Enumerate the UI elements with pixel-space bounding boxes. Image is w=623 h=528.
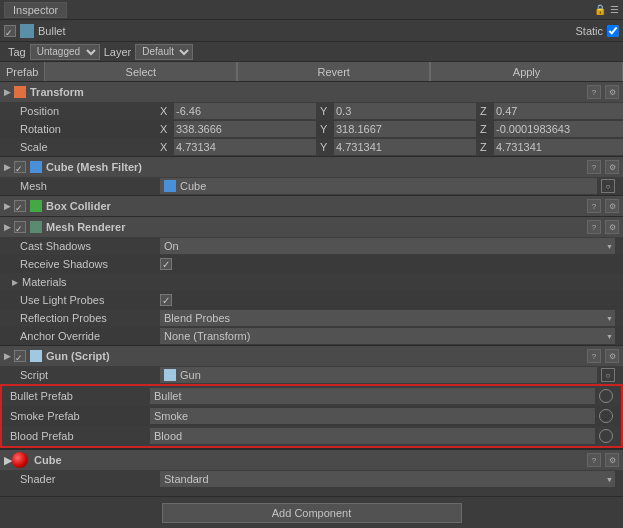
pos-y-key: Y xyxy=(320,105,332,117)
menu-icon[interactable]: ☰ xyxy=(610,4,619,15)
layer-select[interactable]: Default xyxy=(135,44,193,60)
materials-row[interactable]: ▶ Materials xyxy=(0,273,623,291)
mesh-value: Cube xyxy=(160,178,597,194)
box-collider-ref-icon[interactable]: ? xyxy=(587,199,601,213)
blood-prefab-row: Blood Prefab Blood xyxy=(2,426,621,446)
gun-script-ref-icon[interactable]: ? xyxy=(587,349,601,363)
mesh-filter-enabled[interactable] xyxy=(14,161,26,173)
transform-component: ▶ Transform ? ⚙ Position X Y xyxy=(0,82,623,157)
prefab-apply-button[interactable]: Apply xyxy=(430,62,623,81)
material-section: ▶ Cube ? ⚙ Shader Standard ▼ xyxy=(0,449,623,488)
position-y-input[interactable] xyxy=(334,103,476,119)
anchor-override-value[interactable]: None (Transform) xyxy=(160,328,615,344)
material-sphere-icon xyxy=(12,452,28,468)
rotation-y-input[interactable] xyxy=(334,121,476,137)
tag-layer-row: Tag Untagged Layer Default xyxy=(0,42,623,62)
cast-shadows-label: Cast Shadows xyxy=(20,240,160,252)
mesh-filter-settings-icon[interactable]: ⚙ xyxy=(605,160,619,174)
mesh-renderer-header[interactable]: ▶ Mesh Renderer ? ⚙ xyxy=(0,217,623,237)
object-enabled-checkbox[interactable] xyxy=(4,25,16,37)
material-title: Cube xyxy=(34,454,587,466)
material-header[interactable]: ▶ Cube ? ⚙ xyxy=(0,450,623,470)
script-label: Script xyxy=(20,369,160,381)
gun-script-header[interactable]: ▶ Gun (Script) ? ⚙ xyxy=(0,346,623,366)
position-z-input[interactable] xyxy=(494,103,623,119)
box-collider-component: ▶ Box Collider ? ⚙ xyxy=(0,196,623,217)
gun-script-settings-icon[interactable]: ⚙ xyxy=(605,349,619,363)
static-checkbox[interactable] xyxy=(607,25,619,37)
material-ref-icon[interactable]: ? xyxy=(587,453,601,467)
script-circle-btn[interactable]: ○ xyxy=(601,368,615,382)
anchor-override-row: Anchor Override None (Transform) xyxy=(0,327,623,345)
gun-script-icon xyxy=(30,350,42,362)
mesh-filter-title: Cube (Mesh Filter) xyxy=(46,161,587,173)
mesh-renderer-enabled[interactable] xyxy=(14,221,26,233)
script-value: Gun xyxy=(160,367,597,383)
mesh-renderer-arrow: ▶ xyxy=(4,222,11,232)
cast-shadows-row: Cast Shadows On xyxy=(0,237,623,255)
box-collider-enabled[interactable] xyxy=(14,200,26,212)
rotation-x-input[interactable] xyxy=(174,121,316,137)
inspector-tab[interactable]: Inspector xyxy=(4,2,67,18)
position-row: Position X Y Z xyxy=(0,102,623,120)
gun-script-comp-icons: ? ⚙ xyxy=(587,349,619,363)
blood-prefab-label: Blood Prefab xyxy=(10,430,150,442)
mesh-filter-ref-icon[interactable]: ? xyxy=(587,160,601,174)
materials-arrow: ▶ xyxy=(12,278,18,287)
bullet-prefab-row: Bullet Prefab Bullet xyxy=(2,386,621,406)
tag-select[interactable]: Untagged xyxy=(30,44,100,60)
scale-x-input[interactable] xyxy=(174,139,316,155)
add-component-button[interactable]: Add Component xyxy=(162,503,462,523)
gun-script-enabled[interactable] xyxy=(14,350,26,362)
pos-z-key: Z xyxy=(480,105,492,117)
static-label: Static xyxy=(575,25,603,37)
material-arrow: ▶ xyxy=(4,454,12,467)
prefab-fields-section: Bullet Prefab Bullet Smoke Prefab Smoke xyxy=(0,384,623,448)
prefab-row: Prefab Select Revert Apply xyxy=(0,62,623,82)
reflection-probes-row: Reflection Probes Blend Probes xyxy=(0,309,623,327)
transform-ref-icon[interactable]: ? xyxy=(587,85,601,99)
reflection-probes-value[interactable]: Blend Probes xyxy=(160,310,615,326)
mesh-icon xyxy=(164,180,176,192)
mesh-filter-header[interactable]: ▶ Cube (Mesh Filter) ? ⚙ xyxy=(0,157,623,177)
position-fields: X Y Z xyxy=(160,103,623,119)
shader-dropdown-arrow: ▼ xyxy=(606,476,613,483)
bullet-prefab-circle[interactable] xyxy=(599,389,613,403)
receive-shadows-checkbox[interactable] xyxy=(160,258,172,270)
shader-row: Shader Standard ▼ xyxy=(0,470,623,488)
position-label: Position xyxy=(20,105,160,117)
rotation-row: Rotation X Y Z xyxy=(0,120,623,138)
shader-value[interactable]: Standard ▼ xyxy=(160,471,615,487)
transform-settings-icon[interactable]: ⚙ xyxy=(605,85,619,99)
smoke-prefab-circle[interactable] xyxy=(599,409,613,423)
use-light-probes-checkbox[interactable] xyxy=(160,294,172,306)
prefab-revert-button[interactable]: Revert xyxy=(237,62,430,81)
scale-z-input[interactable] xyxy=(494,139,623,155)
mesh-filter-arrow: ▶ xyxy=(4,162,11,172)
material-settings-icon[interactable]: ⚙ xyxy=(605,453,619,467)
box-collider-settings-icon[interactable]: ⚙ xyxy=(605,199,619,213)
cast-shadows-value[interactable]: On xyxy=(160,238,615,254)
materials-label: Materials xyxy=(22,276,67,288)
prefab-select-button[interactable]: Select xyxy=(44,62,237,81)
transform-arrow: ▶ xyxy=(4,87,11,97)
blood-prefab-circle[interactable] xyxy=(599,429,613,443)
rotation-z-input[interactable] xyxy=(494,121,623,137)
mesh-circle-btn[interactable]: ○ xyxy=(601,179,615,193)
shader-label: Shader xyxy=(20,473,160,485)
rotation-y-field: Y xyxy=(320,121,476,137)
mesh-renderer-comp-icons: ? ⚙ xyxy=(587,220,619,234)
lock-icon[interactable]: 🔒 xyxy=(594,4,606,15)
gun-script-component: ▶ Gun (Script) ? ⚙ Script Gun ○ xyxy=(0,346,623,449)
box-collider-header[interactable]: ▶ Box Collider ? ⚙ xyxy=(0,196,623,216)
scale-y-input[interactable] xyxy=(334,139,476,155)
transform-title: Transform xyxy=(30,86,587,98)
script-row: Script Gun ○ xyxy=(0,366,623,384)
position-x-input[interactable] xyxy=(174,103,316,119)
use-light-probes-label: Use Light Probes xyxy=(20,294,160,306)
mesh-row: Mesh Cube ○ xyxy=(0,177,623,195)
mesh-renderer-ref-icon[interactable]: ? xyxy=(587,220,601,234)
mesh-renderer-settings-icon[interactable]: ⚙ xyxy=(605,220,619,234)
object-name[interactable]: Bullet xyxy=(38,25,575,37)
transform-header[interactable]: ▶ Transform ? ⚙ xyxy=(0,82,623,102)
